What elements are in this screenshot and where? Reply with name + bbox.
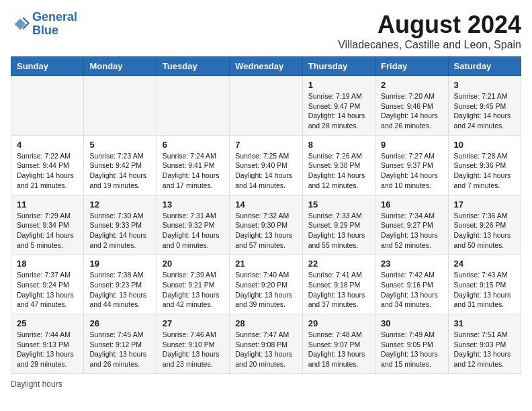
day-info: Sunrise: 7:33 AM Sunset: 9:29 PM Dayligh… (308, 211, 369, 250)
day-cell: 13Sunrise: 7:31 AM Sunset: 9:32 PM Dayli… (157, 195, 229, 255)
day-number: 6 (163, 140, 224, 150)
day-number: 19 (89, 259, 150, 269)
day-number: 27 (163, 318, 224, 328)
day-number: 26 (89, 318, 150, 328)
day-info: Sunrise: 7:21 AM Sunset: 9:45 PM Dayligh… (454, 91, 515, 131)
week-row-3: 11Sunrise: 7:29 AM Sunset: 9:34 PM Dayli… (11, 195, 521, 255)
day-cell: 6Sunrise: 7:24 AM Sunset: 9:41 PM Daylig… (157, 135, 229, 195)
day-info: Sunrise: 7:38 AM Sunset: 9:23 PM Dayligh… (89, 270, 150, 310)
column-header-sunday: Sunday (11, 57, 84, 76)
day-info: Sunrise: 7:31 AM Sunset: 9:32 PM Dayligh… (163, 211, 224, 250)
logo-icon (11, 15, 30, 34)
day-info: Sunrise: 7:24 AM Sunset: 9:41 PM Dayligh… (163, 151, 224, 191)
logo: GeneralBlue (11, 11, 77, 38)
day-cell: 16Sunrise: 7:34 AM Sunset: 9:27 PM Dayli… (375, 195, 448, 255)
day-cell: 1Sunrise: 7:19 AM Sunset: 9:47 PM Daylig… (302, 76, 375, 136)
day-number: 28 (235, 318, 296, 328)
day-cell (84, 76, 157, 136)
day-number: 9 (381, 140, 442, 150)
day-number: 14 (235, 199, 296, 210)
day-info: Sunrise: 7:32 AM Sunset: 9:30 PM Dayligh… (235, 211, 296, 250)
page-container: GeneralBlue August 2024 Villadecanes, Ca… (11, 11, 521, 389)
day-cell: 9Sunrise: 7:27 AM Sunset: 9:37 PM Daylig… (375, 135, 448, 195)
day-info: Sunrise: 7:47 AM Sunset: 9:08 PM Dayligh… (235, 330, 296, 369)
day-info: Sunrise: 7:45 AM Sunset: 9:12 PM Dayligh… (89, 330, 150, 369)
day-cell: 4Sunrise: 7:22 AM Sunset: 9:44 PM Daylig… (11, 135, 84, 195)
day-info: Sunrise: 7:20 AM Sunset: 9:46 PM Dayligh… (381, 91, 442, 131)
day-cell: 11Sunrise: 7:29 AM Sunset: 9:34 PM Dayli… (11, 195, 84, 255)
month-year: August 2024 (338, 11, 521, 39)
day-cell: 17Sunrise: 7:36 AM Sunset: 9:26 PM Dayli… (448, 195, 521, 255)
day-cell: 18Sunrise: 7:37 AM Sunset: 9:24 PM Dayli… (11, 255, 84, 314)
week-row-5: 25Sunrise: 7:44 AM Sunset: 9:13 PM Dayli… (11, 314, 521, 374)
day-cell: 28Sunrise: 7:47 AM Sunset: 9:08 PM Dayli… (230, 314, 302, 374)
day-info: Sunrise: 7:29 AM Sunset: 9:34 PM Dayligh… (17, 211, 78, 250)
day-cell (11, 76, 84, 136)
day-number: 25 (17, 318, 78, 328)
day-number: 3 (454, 80, 515, 90)
column-header-tuesday: Tuesday (157, 57, 229, 76)
day-number: 10 (454, 140, 515, 150)
day-number: 22 (308, 259, 369, 269)
day-cell: 10Sunrise: 7:28 AM Sunset: 9:36 PM Dayli… (448, 135, 521, 195)
week-row-4: 18Sunrise: 7:37 AM Sunset: 9:24 PM Dayli… (11, 255, 521, 314)
day-cell: 21Sunrise: 7:40 AM Sunset: 9:20 PM Dayli… (230, 255, 302, 314)
day-cell: 31Sunrise: 7:51 AM Sunset: 9:03 PM Dayli… (448, 314, 521, 374)
calendar-table: SundayMondayTuesdayWednesdayThursdayFrid… (11, 56, 521, 374)
day-number: 20 (163, 259, 224, 269)
day-cell: 23Sunrise: 7:42 AM Sunset: 9:16 PM Dayli… (375, 255, 448, 314)
day-info: Sunrise: 7:26 AM Sunset: 9:38 PM Dayligh… (308, 151, 369, 191)
day-info: Sunrise: 7:37 AM Sunset: 9:24 PM Dayligh… (17, 270, 78, 310)
header-row: SundayMondayTuesdayWednesdayThursdayFrid… (11, 57, 521, 76)
day-number: 12 (89, 199, 150, 210)
column-header-monday: Monday (84, 57, 157, 76)
day-cell: 3Sunrise: 7:21 AM Sunset: 9:45 PM Daylig… (448, 76, 521, 136)
daylight-label: Daylight hours (11, 379, 62, 389)
day-cell: 24Sunrise: 7:43 AM Sunset: 9:15 PM Dayli… (448, 255, 521, 314)
day-cell: 7Sunrise: 7:25 AM Sunset: 9:40 PM Daylig… (230, 135, 302, 195)
day-number: 30 (381, 318, 442, 328)
day-info: Sunrise: 7:27 AM Sunset: 9:37 PM Dayligh… (381, 151, 442, 191)
day-info: Sunrise: 7:48 AM Sunset: 9:07 PM Dayligh… (308, 330, 369, 369)
day-info: Sunrise: 7:39 AM Sunset: 9:21 PM Dayligh… (163, 270, 224, 310)
column-header-friday: Friday (375, 57, 448, 76)
day-info: Sunrise: 7:40 AM Sunset: 9:20 PM Dayligh… (235, 270, 296, 310)
day-cell: 15Sunrise: 7:33 AM Sunset: 9:29 PM Dayli… (302, 195, 375, 255)
day-info: Sunrise: 7:49 AM Sunset: 9:05 PM Dayligh… (381, 330, 442, 369)
day-number: 15 (308, 199, 369, 210)
day-number: 4 (17, 140, 78, 150)
day-info: Sunrise: 7:30 AM Sunset: 9:33 PM Dayligh… (89, 211, 150, 250)
day-info: Sunrise: 7:23 AM Sunset: 9:42 PM Dayligh… (89, 151, 150, 191)
day-number: 21 (235, 259, 296, 269)
day-cell (157, 76, 229, 136)
day-number: 1 (308, 80, 369, 90)
column-header-wednesday: Wednesday (230, 57, 302, 76)
day-info: Sunrise: 7:19 AM Sunset: 9:47 PM Dayligh… (308, 91, 369, 131)
day-info: Sunrise: 7:36 AM Sunset: 9:26 PM Dayligh… (454, 211, 515, 250)
day-info: Sunrise: 7:41 AM Sunset: 9:18 PM Dayligh… (308, 270, 369, 310)
day-cell: 8Sunrise: 7:26 AM Sunset: 9:38 PM Daylig… (302, 135, 375, 195)
day-info: Sunrise: 7:43 AM Sunset: 9:15 PM Dayligh… (454, 270, 515, 310)
day-cell: 2Sunrise: 7:20 AM Sunset: 9:46 PM Daylig… (375, 76, 448, 136)
day-cell: 26Sunrise: 7:45 AM Sunset: 9:12 PM Dayli… (84, 314, 157, 374)
header: GeneralBlue August 2024 Villadecanes, Ca… (11, 11, 521, 51)
day-info: Sunrise: 7:46 AM Sunset: 9:10 PM Dayligh… (163, 330, 224, 369)
day-cell: 29Sunrise: 7:48 AM Sunset: 9:07 PM Dayli… (302, 314, 375, 374)
day-number: 7 (235, 140, 296, 150)
column-header-thursday: Thursday (302, 57, 375, 76)
day-cell: 22Sunrise: 7:41 AM Sunset: 9:18 PM Dayli… (302, 255, 375, 314)
location: Villadecanes, Castille and Leon, Spain (338, 39, 521, 51)
day-info: Sunrise: 7:25 AM Sunset: 9:40 PM Dayligh… (235, 151, 296, 191)
day-cell: 25Sunrise: 7:44 AM Sunset: 9:13 PM Dayli… (11, 314, 84, 374)
day-number: 5 (89, 140, 150, 150)
day-info: Sunrise: 7:28 AM Sunset: 9:36 PM Dayligh… (454, 151, 515, 191)
day-info: Sunrise: 7:44 AM Sunset: 9:13 PM Dayligh… (17, 330, 78, 369)
day-cell: 12Sunrise: 7:30 AM Sunset: 9:33 PM Dayli… (84, 195, 157, 255)
day-number: 13 (163, 199, 224, 210)
week-row-2: 4Sunrise: 7:22 AM Sunset: 9:44 PM Daylig… (11, 135, 521, 195)
column-header-saturday: Saturday (448, 57, 521, 76)
logo-blue: Blue (32, 24, 58, 37)
day-info: Sunrise: 7:51 AM Sunset: 9:03 PM Dayligh… (454, 330, 515, 369)
day-cell: 14Sunrise: 7:32 AM Sunset: 9:30 PM Dayli… (230, 195, 302, 255)
day-number: 18 (17, 259, 78, 269)
